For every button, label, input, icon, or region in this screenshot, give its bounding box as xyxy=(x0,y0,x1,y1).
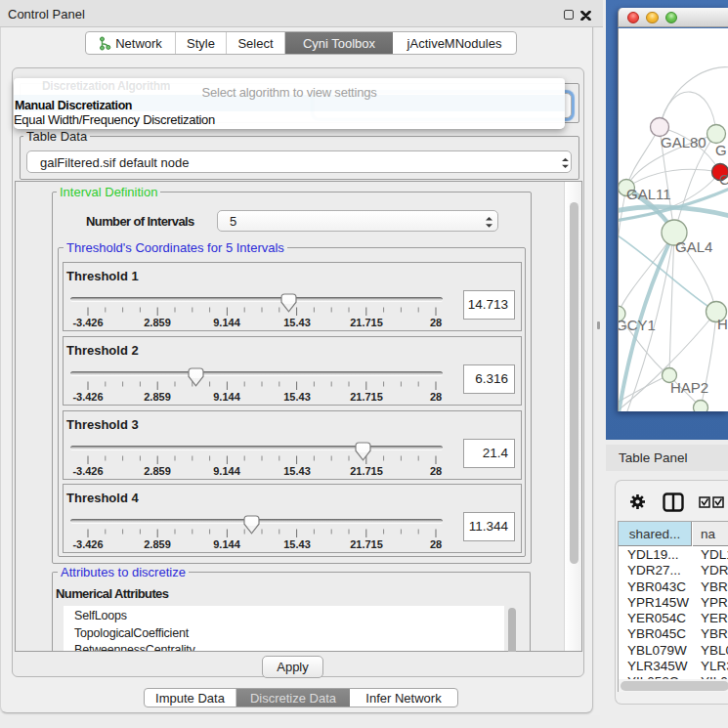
svg-text:H: H xyxy=(717,316,728,332)
svg-text:GAL11: GAL11 xyxy=(626,186,671,202)
svg-text:GAL80: GAL80 xyxy=(661,134,707,150)
svg-text:HAP2: HAP2 xyxy=(670,379,708,396)
svg-text:GAL4: GAL4 xyxy=(675,238,712,255)
svg-text:G: G xyxy=(715,142,727,158)
svg-text:C: C xyxy=(719,171,728,188)
svg-text:GCY1: GCY1 xyxy=(619,317,656,333)
